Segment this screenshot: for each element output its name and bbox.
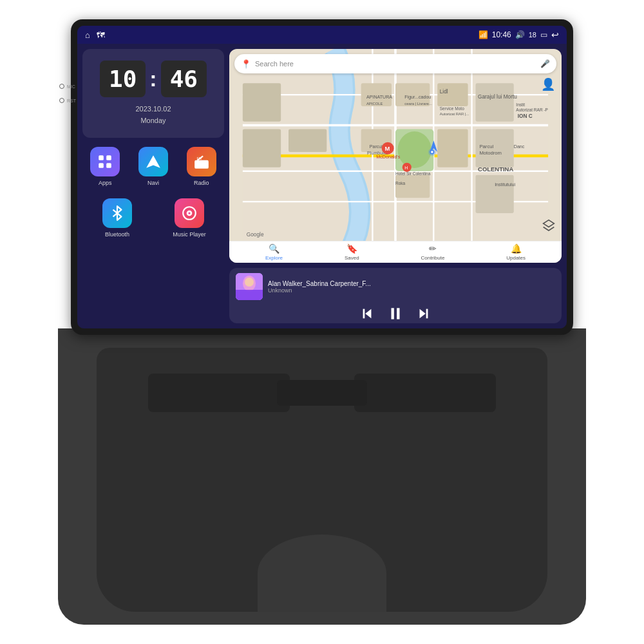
svg-point-67 [431, 151, 433, 153]
car-unit: MIC RST ⌂ 🗺 📶 10:46 🔊 18 ▭ [58, 19, 586, 625]
svg-text:Parcul: Parcul [479, 144, 493, 149]
clock-colon: : [149, 66, 156, 91]
music-player-label: Music Player [173, 231, 206, 238]
svg-point-7 [198, 164, 199, 165]
saved-icon: 🔖 [346, 243, 357, 254]
music-text: Alan Walker_Sabrina Carpenter_F... Unkno… [268, 280, 555, 294]
google-maps-icon: 📍 [241, 59, 251, 69]
bluetooth-svg-icon [109, 205, 126, 222]
music-artist: Unknown [268, 287, 555, 294]
clock-date-value: 2023.10.02 [135, 104, 171, 115]
radio-label: Radio [194, 180, 209, 187]
svg-text:Autorizat RAR -P: Autorizat RAR -P [516, 108, 548, 112]
map-icon[interactable]: 🗺 [97, 30, 105, 40]
svg-rect-33 [243, 83, 281, 121]
volume-icon: 🔊 [515, 30, 525, 39]
navi-label: Navi [147, 180, 159, 187]
svg-rect-1 [106, 155, 111, 160]
mic-dot [59, 84, 64, 89]
map-nav-contribute[interactable]: ✏ Contribute [421, 243, 444, 261]
dash-inner [97, 348, 547, 612]
svg-rect-32 [476, 175, 514, 213]
svg-rect-5 [194, 160, 209, 169]
music-svg-icon [181, 205, 198, 222]
music-info: Alan Walker_Sabrina Carpenter_F... Unkno… [229, 268, 562, 303]
saved-label: Saved [345, 255, 359, 261]
map-nav-explore[interactable]: 🔍 Explore [265, 243, 283, 261]
rst-dot [59, 98, 64, 103]
svg-marker-68 [544, 220, 554, 227]
album-art-svg [236, 273, 263, 300]
music-prev-button[interactable] [360, 307, 374, 321]
updates-label: Updates [506, 255, 526, 261]
map-widget[interactable]: 📍 Search here 🎤 [229, 49, 562, 263]
explore-icon: 🔍 [269, 243, 279, 254]
map-search-placeholder[interactable]: Search here [255, 60, 536, 68]
dash-right-vent [354, 374, 496, 412]
back-icon[interactable]: ↩ [551, 30, 559, 40]
svg-rect-0 [99, 155, 104, 160]
apps-icon-box [90, 147, 120, 176]
home-icon[interactable]: ⌂ [85, 30, 90, 40]
updates-icon: 🔔 [511, 243, 522, 254]
svg-rect-3 [106, 163, 111, 168]
radio-icon-box: FM [187, 147, 216, 176]
map-nav-saved[interactable]: 🔖 Saved [345, 243, 359, 261]
svg-rect-78 [426, 309, 428, 319]
volume-level: 18 [529, 31, 536, 39]
music-play-button[interactable] [387, 305, 404, 322]
svg-rect-71 [236, 290, 263, 300]
svg-marker-4 [146, 155, 160, 168]
svg-text:H: H [404, 166, 408, 171]
svg-rect-35 [289, 129, 327, 153]
app-icon-bluetooth[interactable]: Bluetooth [82, 198, 152, 238]
dash-center-bump [258, 535, 386, 612]
music-title: Alan Walker_Sabrina Carpenter_F... [268, 280, 555, 287]
svg-text:Danc: Danc [514, 144, 525, 149]
svg-rect-74 [363, 309, 365, 319]
svg-marker-77 [420, 309, 426, 319]
app-icon-navi[interactable]: Navi [131, 147, 176, 187]
svg-text:Instit: Instit [516, 102, 525, 107]
clock-widget: 10 : 46 2023.10.02 Monday [82, 49, 224, 138]
map-voice-icon[interactable]: 🎤 [540, 59, 550, 68]
map-bottom-bar: 🔍 Explore 🔖 Saved ✏ Contribute [229, 241, 562, 263]
side-indicators: MIC RST [59, 84, 76, 103]
map-person-icon[interactable]: 👤 [541, 77, 555, 91]
clock-minutes: 46 [161, 61, 207, 97]
svg-text:COLENTINA: COLENTINA [478, 166, 513, 173]
screen: ⌂ 🗺 📶 10:46 🔊 18 ▭ ↩ [77, 26, 567, 328]
status-bar: ⌂ 🗺 📶 10:46 🔊 18 ▭ ↩ [77, 26, 567, 44]
svg-text:APINATURA: APINATURA [366, 95, 392, 100]
status-time: 10:46 [492, 30, 511, 39]
mic-indicator: MIC [59, 84, 76, 89]
status-left: ⌂ 🗺 [85, 30, 105, 40]
dash-left-vent [148, 374, 290, 412]
map-layers-icon[interactable] [542, 219, 555, 234]
status-right: 📶 10:46 🔊 18 ▭ ↩ [478, 30, 559, 40]
next-icon [417, 307, 431, 321]
svg-rect-29 [437, 129, 468, 167]
svg-text:Hotel Sir Colentina: Hotel Sir Colentina [395, 171, 431, 176]
dash-center-slot [277, 380, 367, 406]
svg-rect-30 [476, 83, 514, 121]
apps-label: Apps [99, 180, 112, 187]
svg-rect-26 [437, 83, 468, 106]
battery-icon: ▭ [540, 30, 547, 39]
svg-text:ION C: ION C [518, 113, 533, 119]
map-search-bar[interactable]: 📍 Search here 🎤 [234, 54, 556, 73]
bluetooth-label: Bluetooth [105, 231, 129, 238]
explore-label: Explore [265, 255, 283, 261]
app-icon-apps[interactable]: Apps [82, 147, 128, 187]
radio-svg-icon: FM [193, 153, 210, 170]
app-icon-radio[interactable]: FM Radio [178, 147, 224, 187]
clock-display: 10 : 46 [100, 61, 207, 97]
navi-icon-box [138, 147, 168, 176]
svg-text:Roka: Roka [395, 181, 406, 185]
app-icon-music[interactable]: Music Player [155, 198, 224, 238]
rst-indicator: RST [59, 98, 76, 103]
svg-point-13 [188, 212, 190, 214]
music-next-button[interactable] [417, 307, 431, 321]
map-nav-updates[interactable]: 🔔 Updates [506, 243, 526, 261]
svg-text:McDonald's: McDonald's [376, 155, 400, 160]
